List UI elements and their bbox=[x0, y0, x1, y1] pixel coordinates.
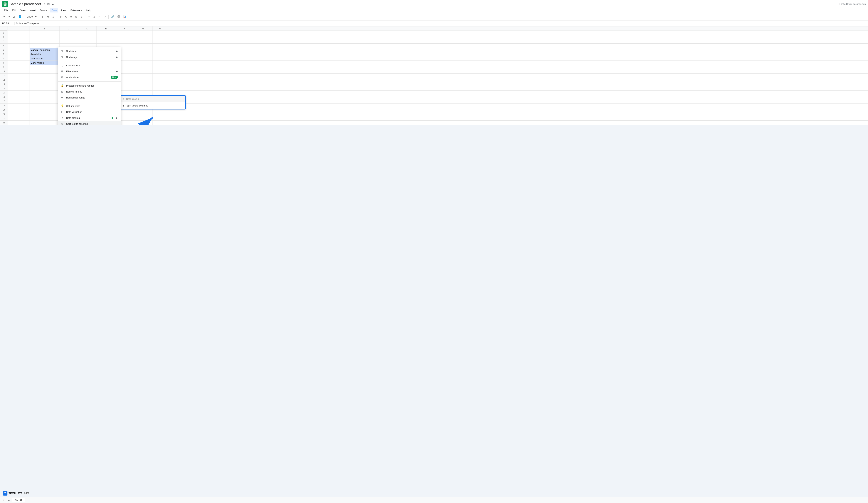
cell-b-22[interactable] bbox=[30, 121, 60, 125]
cell-b-9[interactable] bbox=[30, 65, 60, 69]
cell-a-15[interactable] bbox=[8, 91, 30, 95]
redo-button[interactable]: ↪ bbox=[7, 14, 11, 19]
cell-H-2[interactable] bbox=[153, 35, 167, 39]
cell-b-4[interactable] bbox=[30, 43, 60, 48]
cell-b-21[interactable] bbox=[30, 116, 60, 120]
sort-range-item[interactable]: ⇅ Sort range ▶ bbox=[58, 54, 121, 60]
cell-H-14[interactable] bbox=[153, 87, 167, 90]
cell-H-22[interactable] bbox=[153, 121, 167, 125]
link-button[interactable]: 🔗 bbox=[110, 14, 115, 19]
cell-E-3[interactable] bbox=[97, 39, 115, 43]
cell-a-7[interactable] bbox=[8, 57, 30, 60]
paint-format-button[interactable]: 🪣 bbox=[17, 14, 22, 19]
cell-a-9[interactable] bbox=[8, 65, 30, 69]
cell-G-10[interactable] bbox=[134, 69, 153, 73]
cell-b-11[interactable] bbox=[30, 73, 60, 78]
cell-G-20[interactable] bbox=[134, 112, 153, 116]
create-filter-item[interactable]: ▽ Create a filter bbox=[58, 62, 121, 68]
cell-a-2[interactable] bbox=[8, 35, 30, 39]
undo-button[interactable]: ↩ bbox=[1, 14, 6, 19]
comment-button[interactable]: 💬 bbox=[116, 14, 121, 19]
cell-b-8[interactable]: Mary Wilson bbox=[30, 61, 60, 65]
cell-G-22[interactable] bbox=[134, 121, 153, 125]
cell-E-1[interactable] bbox=[97, 31, 115, 35]
menu-insert[interactable]: Insert bbox=[28, 8, 38, 12]
cell-a-1[interactable] bbox=[8, 31, 30, 35]
menu-extensions[interactable]: Extensions bbox=[69, 8, 84, 12]
menu-tools[interactable]: Tools bbox=[59, 8, 68, 12]
cell-H-5[interactable] bbox=[153, 48, 167, 52]
currency-button[interactable]: $ bbox=[40, 14, 45, 19]
cell-b-2[interactable] bbox=[30, 35, 60, 39]
cell-a-18[interactable] bbox=[8, 103, 30, 108]
cell-G-9[interactable] bbox=[134, 65, 153, 69]
cell-H-21[interactable] bbox=[153, 116, 167, 120]
column-stats-item[interactable]: 💡 Column stats bbox=[58, 103, 121, 109]
data-validation-item[interactable]: ⊡ Data validation bbox=[58, 109, 121, 115]
cell-G-11[interactable] bbox=[134, 73, 153, 78]
highlight-button[interactable]: ◈ bbox=[69, 14, 73, 19]
randomize-item[interactable]: ⇌ Randomize range bbox=[58, 94, 121, 101]
cell-F-1[interactable] bbox=[115, 31, 134, 35]
menu-edit[interactable]: Edit bbox=[10, 8, 18, 12]
borders-button[interactable]: ⊞ bbox=[74, 14, 79, 19]
valign-button[interactable]: ⊥ bbox=[92, 14, 96, 19]
col-header-b[interactable]: B bbox=[30, 27, 60, 31]
col-header-a[interactable]: A bbox=[8, 27, 30, 31]
data-cleanup-item[interactable]: ✦ Data cleanup ▶ bbox=[58, 115, 121, 121]
cell-G-8[interactable] bbox=[134, 61, 153, 65]
col-header-e[interactable]: E bbox=[97, 27, 115, 31]
protect-sheets-item[interactable]: 🔒 Protect sheets and ranges bbox=[58, 83, 121, 89]
cell-H-10[interactable] bbox=[153, 69, 167, 73]
print-button[interactable]: 🖨 bbox=[12, 14, 17, 19]
cell-D-1[interactable] bbox=[78, 31, 97, 35]
cell-D-3[interactable] bbox=[78, 39, 97, 43]
cell-H-13[interactable] bbox=[153, 82, 167, 86]
zoom-select[interactable]: 100% 75% 125% bbox=[25, 15, 37, 19]
cell-a-17[interactable] bbox=[8, 99, 30, 103]
cell-C-3[interactable] bbox=[60, 39, 78, 43]
cell-a-16[interactable] bbox=[8, 95, 30, 99]
sort-sheet-item[interactable]: ⇅ Sort sheet ▶ bbox=[58, 48, 121, 54]
menu-help[interactable]: Help bbox=[84, 8, 93, 12]
cell-b-19[interactable] bbox=[30, 108, 60, 112]
cell-b-7[interactable]: Paul Orson bbox=[30, 57, 60, 60]
cell-a-19[interactable] bbox=[8, 108, 30, 112]
col-header-f[interactable]: F bbox=[115, 27, 134, 31]
cell-H-6[interactable] bbox=[153, 52, 167, 56]
cell-G-21[interactable] bbox=[134, 116, 153, 120]
cell-b-10[interactable] bbox=[30, 69, 60, 73]
cell-a-14[interactable] bbox=[8, 87, 30, 90]
cell-b-17[interactable] bbox=[30, 99, 60, 103]
highlight-box-main[interactable]: ⊕ Split text to columns bbox=[120, 102, 185, 109]
cloud-icon[interactable]: ☁ bbox=[51, 2, 54, 6]
rotate-button[interactable]: ↗ bbox=[102, 14, 107, 19]
cell-H-15[interactable] bbox=[153, 91, 167, 95]
cell-b-3[interactable] bbox=[30, 39, 60, 43]
cell-a-6[interactable] bbox=[8, 52, 30, 56]
cell-C-1[interactable] bbox=[60, 31, 78, 35]
cell-G-2[interactable] bbox=[134, 35, 153, 39]
menu-data[interactable]: Data bbox=[50, 8, 59, 12]
cell-b-15[interactable] bbox=[30, 91, 60, 95]
wrap-button[interactable]: ↵ bbox=[97, 14, 102, 19]
cell-G-1[interactable] bbox=[134, 31, 153, 35]
cell-G-4[interactable] bbox=[134, 43, 153, 48]
cell-D-2[interactable] bbox=[78, 35, 97, 39]
align-button[interactable]: ≡ bbox=[87, 14, 91, 19]
cell-C-2[interactable] bbox=[60, 35, 78, 39]
col-header-c[interactable]: C bbox=[60, 27, 78, 31]
cell-a-13[interactable] bbox=[8, 82, 30, 86]
cell-b-16[interactable] bbox=[30, 95, 60, 99]
cell-H-20[interactable] bbox=[153, 112, 167, 116]
menu-file[interactable]: File bbox=[2, 8, 10, 12]
cell-H-11[interactable] bbox=[153, 73, 167, 78]
cell-F-3[interactable] bbox=[115, 39, 134, 43]
split-text-item[interactable]: ⊕ Split text to columns bbox=[58, 121, 121, 125]
cell-G-7[interactable] bbox=[134, 57, 153, 60]
data-menu-dropdown[interactable]: ⇅ Sort sheet ▶ ⇅ Sort range ▶ ▽ Create a… bbox=[58, 47, 121, 125]
star-icon[interactable]: ☆ bbox=[43, 2, 46, 6]
cell-H-8[interactable] bbox=[153, 61, 167, 65]
col-header-h[interactable]: H bbox=[153, 27, 167, 31]
col-header-d[interactable]: D bbox=[78, 27, 97, 31]
